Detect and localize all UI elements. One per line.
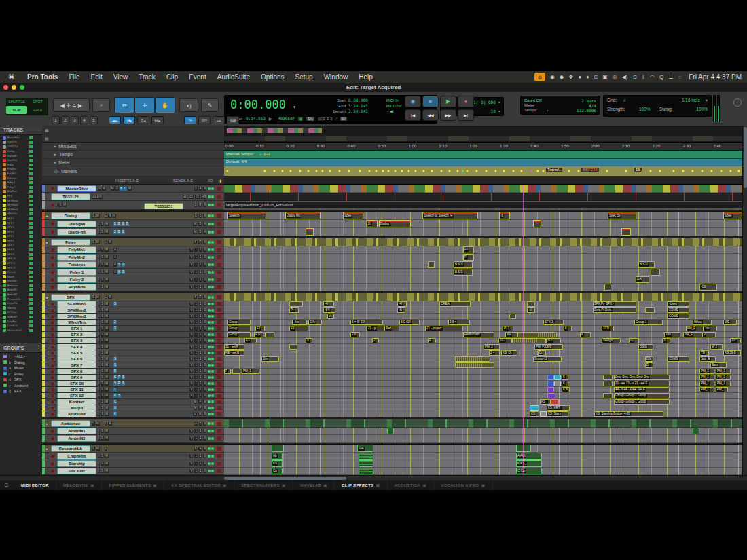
insert-chip[interactable]: 1	[113, 388, 117, 392]
track-name[interactable]: SFX 11	[57, 387, 96, 393]
track-name[interactable]: MasterBlstr	[57, 185, 96, 192]
track-ctl-s[interactable]: S	[101, 394, 104, 398]
mic-icon[interactable]: ◍	[534, 73, 545, 81]
audio-clip[interactable]: Dialog I	[379, 220, 411, 227]
io-chip[interactable]: 1	[199, 302, 202, 306]
lane-sfx-3[interactable]: E3V2E33 -SCIDesign027f3Tr	[224, 338, 742, 344]
audio-clip[interactable]	[547, 387, 554, 392]
audio-clip[interactable]: 2	[372, 338, 379, 343]
track-row-hdchatr[interactable]: HDChatrISMV110	[42, 468, 224, 475]
marker-diamond[interactable]: ♦	[701, 168, 704, 174]
audio-clip[interactable]: P17	[503, 326, 513, 331]
menu-item-clip[interactable]: Clip	[166, 73, 178, 81]
audio-clip[interactable]: RadioStatic	[463, 332, 494, 337]
play-circle-icon[interactable]: ◉	[550, 74, 555, 81]
audio-clip[interactable]: RE - sel E	[224, 350, 244, 356]
lane-kontakt[interactable]: KS_Group- Group-1 Group	[224, 399, 742, 405]
link-track-selection-button[interactable]: ⧉=	[198, 116, 211, 124]
track-row-dialog[interactable]: ▸DialogSMLRVD59	[42, 212, 224, 220]
track-ctl-s[interactable]: S	[101, 406, 104, 410]
io-chip[interactable]: 0	[203, 351, 206, 355]
track-ctl-i[interactable]: I	[98, 406, 100, 410]
vertical-scroll-thumb[interactable]	[744, 127, 747, 188]
audio-clip[interactable]: Mix	[505, 332, 517, 337]
track-row-sfx-12[interactable]: SFX 12ISMPSV110	[42, 393, 224, 399]
insert-chip[interactable]: S	[122, 230, 125, 234]
marker-diamond[interactable]: ♦	[625, 168, 627, 174]
menubar-clock[interactable]: Fri Apr 4 4:37 PM	[689, 73, 742, 81]
track-ctl-i[interactable]: I	[98, 345, 100, 349]
audio-clip[interactable]	[527, 301, 535, 307]
io-chip[interactable]: V	[189, 369, 193, 373]
record-dot[interactable]	[50, 248, 55, 253]
track-name[interactable]: SFX	[51, 294, 90, 301]
automation-box[interactable]	[216, 461, 222, 466]
io-chip[interactable]: V	[189, 248, 193, 252]
scrub-tool[interactable]: ◖)	[179, 98, 198, 112]
lane-krotsstd[interactable]: KSKS_StarsKS_Starship Bridge_4-03	[224, 411, 742, 417]
io-chip[interactable]: 1	[199, 314, 202, 318]
insert-chip[interactable]: S	[117, 394, 121, 398]
audio-clip[interactable]: Group- Group-1 Group	[614, 399, 670, 405]
io-chip[interactable]: 1	[194, 302, 198, 306]
rail-track-dialog[interactable]: Dialog	[0, 149, 42, 154]
audio-clip[interactable]	[232, 369, 240, 374]
lane-starship[interactable]: KSK KS_	[224, 460, 742, 468]
track-ctl-m[interactable]: M	[105, 339, 109, 343]
track-ctl-i[interactable]: I	[98, 369, 100, 373]
audio-clip[interactable]: WE	[723, 320, 737, 325]
bottom-tab-kx-spectral-editor[interactable]: KX SPECTRAL EDITOR▣	[164, 480, 234, 490]
rail-track-starship[interactable]: Starship	[0, 306, 42, 311]
record-dot[interactable]	[50, 270, 55, 275]
audio-clip[interactable]	[509, 314, 516, 319]
settings-icon[interactable]: ●	[578, 74, 581, 81]
audio-clip[interactable]: E	[428, 338, 436, 343]
edit-mode-spot[interactable]: SPOT	[27, 98, 48, 106]
io-chip[interactable]: D	[194, 214, 198, 218]
count-off-value[interactable]: 2 bars	[581, 98, 596, 103]
edit-mode-grid[interactable]: GRID	[27, 106, 48, 114]
rail-track-sfx-2[interactable]: SFX 2	[0, 221, 42, 225]
zoom-preset-1[interactable]: 1	[52, 116, 60, 124]
insert-chip[interactable]: 2	[113, 230, 117, 234]
io-chip[interactable]: 0	[203, 270, 206, 274]
audio-clip[interactable]	[540, 411, 547, 417]
marker-diamond[interactable]: ♦	[289, 168, 292, 174]
group-item-sfx[interactable]: dSFX	[0, 377, 42, 383]
meter-ruler[interactable]: Default: 4/4	[224, 159, 742, 166]
insert-chip[interactable]: O	[115, 187, 120, 191]
automation-box[interactable]	[216, 213, 222, 219]
io-chip[interactable]: V	[189, 351, 193, 355]
track-ctl-s[interactable]: S	[101, 351, 104, 355]
insert-chip[interactable]: R	[108, 240, 111, 244]
audio-clip[interactable]: E3	[289, 326, 308, 331]
audio-clip[interactable]: V	[306, 338, 312, 343]
zoom-preset-2[interactable]: 2	[61, 116, 69, 124]
marker-diamond[interactable]: ♦	[737, 168, 740, 174]
insert-chip[interactable]: S	[117, 263, 121, 267]
rail-track-cmndcnt[interactable]: CmndCnt	[0, 324, 42, 329]
track-row-sfx-2[interactable]: SFX 2ISMV110	[42, 332, 224, 338]
audio-clip[interactable]: Gre	[357, 445, 374, 452]
track-row-sfx-8[interactable]: SFX 8ISMBV110	[42, 369, 224, 375]
record-dot[interactable]	[50, 357, 55, 362]
track-ctl-m[interactable]: M	[105, 429, 109, 433]
io-chip[interactable]: 1	[194, 357, 198, 361]
track-name[interactable]: SFXMon1	[57, 301, 96, 307]
lane-sfx-4[interactable]: 31 - sel RPM_2PM_FSSF2DSGtW 2	[224, 344, 742, 350]
track-ctl-m[interactable]: M	[105, 400, 109, 404]
audio-clip[interactable]	[651, 269, 660, 276]
clip-list-icon[interactable]: ▮	[219, 179, 221, 183]
track-name[interactable]: SFXMon3	[57, 314, 96, 320]
marker-diamond[interactable]: ♦	[485, 168, 488, 174]
io-chip[interactable]: V	[189, 454, 193, 458]
audio-clip[interactable]: Spec Sy	[608, 212, 636, 219]
audio-clip[interactable]: 6 = 6/ 33f	[350, 320, 383, 325]
io-chip[interactable]: A	[194, 422, 198, 426]
track-ctl-i[interactable]: I	[98, 255, 100, 259]
audio-clip[interactable]: 8 C 82f	[399, 320, 420, 325]
audio-clip[interactable]: W 2	[710, 344, 723, 350]
marker-diamond[interactable]: ♦	[475, 168, 478, 174]
io-chip[interactable]: 1	[194, 429, 198, 433]
track-ctl-i[interactable]: I	[98, 375, 100, 379]
